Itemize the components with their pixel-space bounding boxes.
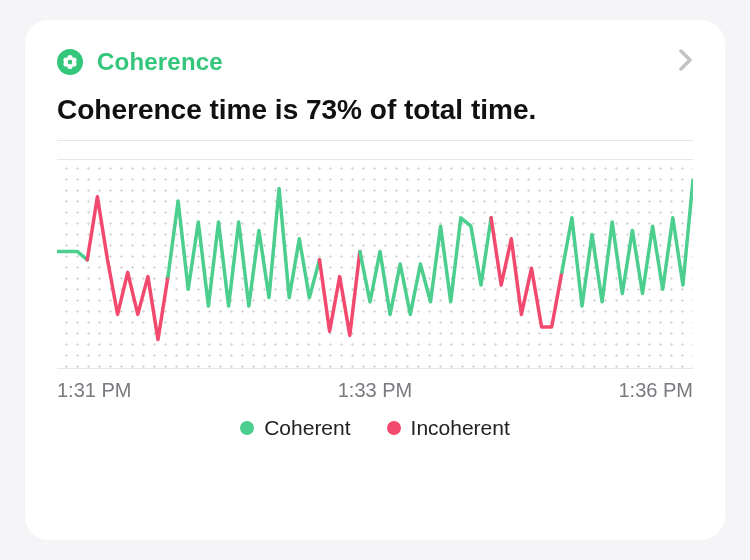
line-chart-svg xyxy=(57,159,693,369)
legend-label: Coherent xyxy=(264,416,350,440)
coherent-segment xyxy=(562,180,693,306)
coherence-card: Coherence Coherence time is 73% of total… xyxy=(25,20,725,540)
x-tick: 1:31 PM xyxy=(57,379,131,402)
summary-text: Coherence time is 73% of total time. xyxy=(57,94,693,141)
legend-item-coherent: Coherent xyxy=(240,416,350,440)
svg-point-6 xyxy=(68,60,72,64)
chevron-right-icon[interactable] xyxy=(679,49,693,75)
legend-dot-incoherent xyxy=(387,421,401,435)
chart-plot xyxy=(57,159,693,369)
coherent-segment xyxy=(168,188,320,306)
chart-area: 1:31 PM 1:33 PM 1:36 PM Coherent Incoher… xyxy=(57,159,693,516)
legend-label: Incoherent xyxy=(411,416,510,440)
incoherent-segment xyxy=(491,218,562,327)
coherence-flower-icon xyxy=(57,49,83,75)
legend: Coherent Incoherent xyxy=(57,416,693,440)
legend-item-incoherent: Incoherent xyxy=(387,416,510,440)
incoherent-segment xyxy=(87,197,168,340)
incoherent-segment xyxy=(320,251,360,335)
coherent-segment xyxy=(360,218,491,315)
x-axis-ticks: 1:31 PM 1:33 PM 1:36 PM xyxy=(57,379,693,402)
card-title: Coherence xyxy=(97,48,223,76)
card-header[interactable]: Coherence xyxy=(57,48,693,76)
x-tick: 1:33 PM xyxy=(338,379,412,402)
x-tick: 1:36 PM xyxy=(619,379,693,402)
legend-dot-coherent xyxy=(240,421,254,435)
header-left: Coherence xyxy=(57,48,223,76)
coherent-segment xyxy=(57,251,87,259)
